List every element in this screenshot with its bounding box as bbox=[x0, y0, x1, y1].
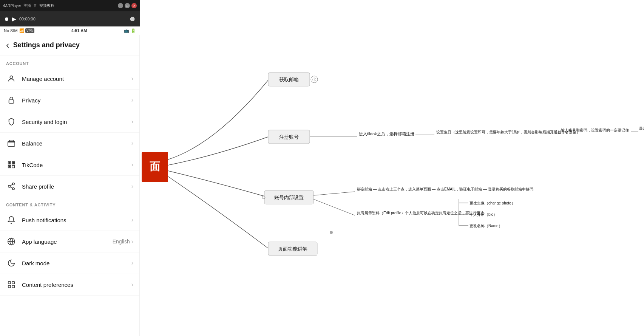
content-section-label: CONTENT & ACTIVITY bbox=[0, 197, 139, 209]
back-button[interactable]: ‹ bbox=[6, 39, 9, 51]
tab1-label: 主播 bbox=[23, 3, 31, 8]
content-pref-chevron: › bbox=[131, 281, 133, 288]
content-preferences-label: Content preferences bbox=[22, 282, 131, 288]
svg-line-13 bbox=[10, 187, 12, 188]
dark-mode-item[interactable]: Dark mode › bbox=[0, 252, 139, 274]
qr-icon bbox=[6, 159, 17, 170]
settings-header: ‹ Settings and privacy bbox=[0, 35, 139, 56]
svg-text:更改失像（change photo）: 更改失像（change photo） bbox=[469, 201, 515, 205]
status-right: 📺 🔋 bbox=[124, 28, 136, 33]
media-bar: ⏺ ▶ 00:00:00 ⏺ bbox=[0, 11, 140, 26]
svg-point-10 bbox=[12, 183, 15, 185]
wallet-icon bbox=[6, 138, 17, 149]
status-bar: No SIM 📶 VPN 4:51 AM 📺 🔋 bbox=[0, 26, 140, 35]
record-icon: ⏺ bbox=[129, 15, 136, 23]
clock-label: 4:51 AM bbox=[71, 28, 87, 33]
vpn-badge: VPN bbox=[25, 28, 35, 33]
svg-text:获取邮箱: 获取邮箱 bbox=[279, 77, 299, 82]
tikcode-label: TikCode bbox=[22, 162, 131, 168]
person-icon bbox=[6, 73, 17, 84]
svg-rect-7 bbox=[9, 163, 10, 164]
content-preferences-item[interactable]: Content preferences › bbox=[0, 274, 139, 296]
tab2-label: 音 bbox=[33, 3, 37, 8]
svg-rect-6 bbox=[12, 166, 14, 168]
svg-point-51 bbox=[330, 231, 333, 234]
svg-rect-1 bbox=[9, 100, 14, 103]
maximize-btn[interactable]: □ bbox=[125, 3, 130, 8]
balance-chevron: › bbox=[131, 140, 133, 147]
globe-icon bbox=[6, 236, 17, 247]
dark-mode-chevron: › bbox=[131, 260, 133, 266]
svg-point-0 bbox=[10, 76, 12, 79]
security-login-item[interactable]: Security and login › bbox=[0, 111, 139, 133]
play-btn[interactable]: ▶ bbox=[12, 16, 16, 22]
app-name-label: 4ARPlayer bbox=[3, 4, 21, 8]
security-login-label: Security and login bbox=[22, 119, 131, 125]
shield-icon bbox=[6, 116, 17, 127]
svg-rect-2 bbox=[8, 141, 15, 146]
svg-text:最后确定昵称，这个是后期可以修改的，选择认就就行: 最后确定昵称，这个是后期可以修改的，选择认就就行 bbox=[639, 126, 644, 130]
svg-rect-20 bbox=[12, 285, 14, 288]
manage-account-item[interactable]: Manage account › bbox=[0, 68, 139, 90]
language-chevron: › bbox=[131, 238, 133, 245]
svg-text:账号内部设置: 账号内部设置 bbox=[274, 195, 304, 200]
privacy-label: Privacy bbox=[22, 97, 131, 104]
svg-text:更改名称（Name）: 更改名称（Name） bbox=[469, 224, 502, 228]
app-language-value: English bbox=[113, 238, 130, 245]
security-chevron: › bbox=[131, 118, 133, 125]
wifi-icon: 📶 bbox=[19, 28, 25, 33]
app-language-item[interactable]: App language English › bbox=[0, 231, 139, 252]
record-btn[interactable]: ⏺ bbox=[4, 16, 9, 22]
lock-icon bbox=[6, 95, 17, 105]
account-section-label: ACCOUNT bbox=[0, 56, 139, 68]
battery-icon: 🔋 bbox=[131, 28, 136, 33]
moon-icon bbox=[6, 258, 17, 268]
svg-text:面: 面 bbox=[150, 161, 161, 172]
mindmap-svg: 面 获取邮箱 ⓘ 注册账号 进入tiktok之后，选择邮箱注册 设置生日（这里随… bbox=[140, 35, 644, 336]
svg-line-14 bbox=[10, 184, 12, 186]
tikcode-item[interactable]: TikCode › bbox=[0, 154, 139, 176]
tikcode-chevron: › bbox=[131, 161, 133, 168]
svg-text:进入tiktok之后，选择邮箱注册: 进入tiktok之后，选择邮箱注册 bbox=[359, 132, 414, 136]
share-chevron: › bbox=[131, 183, 133, 190]
svg-text:设置生日（这里随意设置即可，需要年龄大于18岁，否则会影响后: 设置生日（这里随意设置即可，需要年龄大于18岁，否则会影响后期开通创作者基金） bbox=[436, 130, 580, 134]
svg-text:输入账号和密码，设置密码的一定要记住: 输入账号和密码，设置密码的一定要记住 bbox=[561, 128, 629, 132]
dark-mode-label: Dark mode bbox=[22, 260, 131, 266]
push-notifications-item[interactable]: Push notifications › bbox=[0, 209, 139, 231]
share-profile-item[interactable]: Share profile › bbox=[0, 176, 139, 197]
share-icon bbox=[6, 181, 17, 192]
manage-account-chevron: › bbox=[131, 75, 133, 82]
screen-icon: 📺 bbox=[124, 28, 129, 33]
balance-label: Balance bbox=[22, 140, 131, 147]
svg-rect-18 bbox=[12, 282, 14, 284]
svg-text:注册账号: 注册账号 bbox=[279, 134, 299, 140]
window-controls: ─ □ ✕ bbox=[118, 3, 137, 8]
manage-account-label: Manage account bbox=[22, 76, 131, 82]
settings-panel: ‹ Settings and privacy ACCOUNT Manage ac… bbox=[0, 35, 140, 336]
svg-text:ⓘ: ⓘ bbox=[312, 77, 316, 82]
svg-point-12 bbox=[12, 188, 15, 190]
carrier-label: No SIM bbox=[4, 28, 18, 33]
content-icon bbox=[6, 279, 17, 290]
svg-text:个人介绍（bio）: 个人介绍（bio） bbox=[469, 212, 497, 217]
minimize-btn[interactable]: ─ bbox=[118, 3, 123, 8]
share-profile-label: Share profile bbox=[22, 183, 131, 190]
settings-title: Settings and privacy bbox=[13, 41, 80, 49]
tab3-label: 视频教程 bbox=[39, 3, 54, 8]
privacy-item[interactable]: Privacy › bbox=[0, 90, 139, 111]
svg-text:绑定邮箱 — 点击右上三个点，进入菜单页面 — 点击EMAI: 绑定邮箱 — 点击右上三个点，进入菜单页面 — 点击EMAIL，验证电子邮箱 —… bbox=[357, 187, 533, 191]
media-time: 00:00:00 bbox=[19, 17, 36, 21]
svg-rect-17 bbox=[8, 282, 11, 284]
push-chevron: › bbox=[131, 217, 133, 223]
privacy-chevron: › bbox=[131, 97, 133, 104]
push-notifications-label: Push notifications bbox=[22, 217, 131, 223]
svg-text:页面功能讲解: 页面功能讲解 bbox=[278, 246, 307, 252]
app-language-label: App language bbox=[22, 238, 113, 245]
bell-icon bbox=[6, 215, 17, 225]
close-btn[interactable]: ✕ bbox=[131, 3, 137, 8]
svg-point-11 bbox=[8, 185, 11, 187]
top-bar: 4ARPlayer 主播 音 视频教程 ─ □ ✕ bbox=[0, 0, 140, 11]
svg-rect-8 bbox=[13, 163, 14, 164]
balance-item[interactable]: Balance › bbox=[0, 133, 139, 154]
mindmap-area: 面 获取邮箱 ⓘ 注册账号 进入tiktok之后，选择邮箱注册 设置生日（这里随… bbox=[140, 35, 644, 336]
